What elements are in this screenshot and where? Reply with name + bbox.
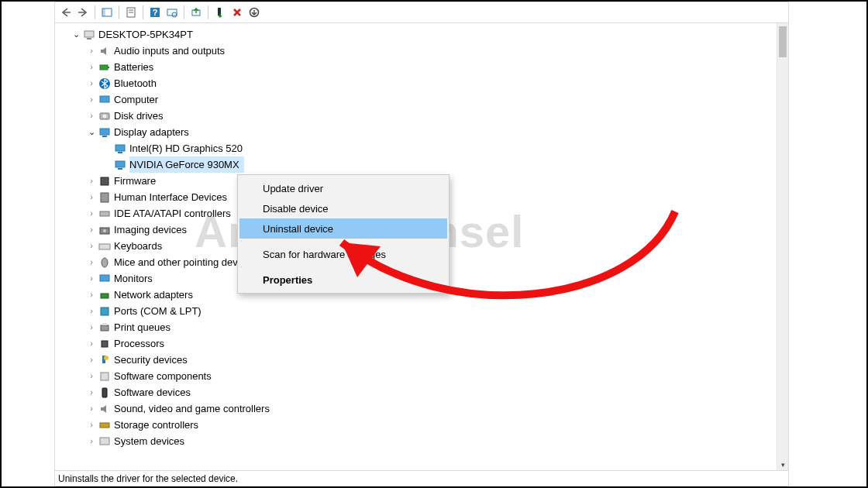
tree-item-printq[interactable]: ›Print queues — [71, 319, 777, 335]
tree-item-ports[interactable]: ›Ports (COM & LPT) — [71, 303, 777, 319]
disable-button[interactable] — [229, 5, 245, 20]
cpu-icon — [98, 338, 111, 350]
tree-item-security[interactable]: ›Security devices — [71, 352, 777, 368]
software-device-icon — [98, 387, 111, 399]
software-icon — [98, 370, 111, 383]
expand-icon[interactable]: › — [86, 173, 97, 189]
expand-icon[interactable]: › — [86, 352, 97, 368]
expand-icon[interactable]: › — [86, 108, 97, 124]
svg-point-30 — [103, 229, 106, 232]
battery-icon — [98, 61, 111, 74]
expand-icon[interactable]: › — [86, 254, 97, 270]
svg-rect-12 — [84, 31, 94, 37]
expand-icon[interactable]: › — [86, 287, 97, 303]
svg-text:?: ? — [153, 8, 158, 17]
svg-rect-14 — [100, 65, 108, 70]
tree-item-nvidia[interactable]: ›NVIDIA GeForce 930MX — [71, 156, 777, 173]
svg-point-8 — [172, 12, 177, 17]
tree-item-swcomp[interactable]: ›Software components — [71, 368, 777, 384]
tree-item-bluetooth[interactable]: ›Bluetooth — [71, 75, 777, 91]
vertical-scrollbar[interactable]: ▴ ▾ — [777, 23, 788, 470]
svg-rect-41 — [101, 373, 108, 380]
expand-icon[interactable]: › — [86, 238, 97, 254]
chip-icon — [98, 175, 111, 187]
back-button[interactable] — [58, 5, 74, 20]
scroll-thumb[interactable] — [779, 26, 787, 57]
hid-icon — [98, 191, 111, 204]
tree-label: DESKTOP-5PK34PT — [98, 26, 198, 43]
svg-rect-20 — [100, 129, 109, 135]
tree-item-sound[interactable]: ›Sound, video and game controllers — [71, 400, 777, 417]
menu-disable-device[interactable]: Disable device — [239, 198, 447, 218]
properties-button[interactable] — [123, 5, 139, 20]
scan-hardware-button[interactable] — [164, 5, 180, 20]
svg-rect-24 — [115, 161, 125, 167]
svg-rect-36 — [101, 325, 108, 331]
show-hide-tree-button[interactable] — [99, 5, 115, 20]
expand-icon[interactable]: › — [86, 43, 97, 59]
security-icon — [98, 354, 111, 366]
monitor-icon — [98, 94, 111, 106]
svg-point-32 — [102, 258, 108, 267]
expand-icon[interactable]: › — [86, 335, 97, 352]
expand-icon[interactable]: › — [86, 417, 97, 433]
expand-icon[interactable]: › — [86, 205, 97, 222]
tree-item-intel-hd[interactable]: ›Intel(R) HD Graphics 520 — [71, 140, 777, 156]
expand-icon[interactable]: › — [86, 91, 97, 108]
tree-item-system[interactable]: ›System devices — [71, 433, 777, 449]
scroll-down-arrow[interactable]: ▾ — [777, 459, 788, 470]
expand-icon[interactable]: ⌄ — [86, 124, 97, 140]
svg-rect-28 — [100, 211, 109, 216]
menu-properties[interactable]: Properties — [239, 270, 447, 290]
tree-item-storage[interactable]: ›Storage controllers — [71, 417, 777, 433]
enable-button[interactable] — [246, 5, 262, 20]
expand-icon[interactable]: › — [86, 368, 97, 384]
tree-item-batteries[interactable]: ›Batteries — [71, 59, 777, 75]
svg-rect-37 — [102, 323, 107, 325]
svg-rect-21 — [102, 136, 107, 137]
svg-rect-42 — [102, 388, 107, 397]
disk-icon — [98, 110, 111, 122]
expand-icon[interactable]: › — [86, 400, 97, 417]
menu-separator — [241, 241, 242, 242]
tree-item-processors[interactable]: ›Processors — [71, 335, 777, 352]
expand-icon[interactable]: › — [86, 433, 97, 449]
expand-icon[interactable]: › — [86, 270, 97, 287]
status-bar: Uninstalls the driver for the selected d… — [55, 470, 788, 486]
svg-rect-31 — [99, 244, 110, 249]
port-icon — [98, 305, 111, 318]
expand-icon[interactable]: › — [86, 59, 97, 75]
menu-uninstall-device[interactable]: Uninstall device — [239, 218, 447, 239]
sound-icon — [98, 403, 111, 415]
tree-item-disk[interactable]: ›Disk drives — [71, 108, 777, 124]
expand-icon[interactable]: › — [86, 189, 97, 205]
svg-point-19 — [103, 114, 107, 118]
expand-icon[interactable]: › — [86, 303, 97, 319]
tree-item-display[interactable]: ⌄Display adapters — [71, 124, 777, 140]
expand-icon[interactable]: ⌄ — [71, 26, 81, 43]
menu-update-driver[interactable]: Update driver — [239, 178, 447, 198]
svg-rect-38 — [102, 341, 108, 347]
expand-icon[interactable]: › — [86, 222, 97, 238]
keyboard-icon — [98, 240, 111, 253]
menu-scan-hardware[interactable]: Scan for hardware changes — [239, 244, 447, 264]
svg-rect-23 — [118, 152, 122, 153]
help-button[interactable]: ? — [147, 5, 163, 20]
tree-item-audio[interactable]: ›Audio inputs and outputs — [71, 43, 777, 59]
svg-rect-17 — [100, 96, 109, 102]
tree-item-computer[interactable]: ›Computer — [71, 91, 777, 108]
ide-icon — [98, 208, 111, 220]
update-driver-button[interactable] — [188, 5, 204, 20]
uninstall-button[interactable] — [212, 5, 228, 20]
status-text: Uninstalls the driver for the selected d… — [58, 473, 238, 484]
expand-icon[interactable]: › — [86, 75, 97, 91]
expand-icon[interactable]: › — [86, 319, 97, 335]
monitor-icon — [98, 273, 111, 285]
svg-point-40 — [104, 356, 108, 360]
context-menu: Update driver Disable device Uninstall d… — [237, 174, 450, 294]
forward-button[interactable] — [75, 5, 91, 20]
tree-item-swdev[interactable]: ›Software devices — [71, 384, 777, 400]
tree-root[interactable]: ⌄ DESKTOP-5PK34PT — [71, 26, 777, 43]
bluetooth-icon — [98, 77, 111, 90]
expand-icon[interactable]: › — [86, 384, 97, 400]
